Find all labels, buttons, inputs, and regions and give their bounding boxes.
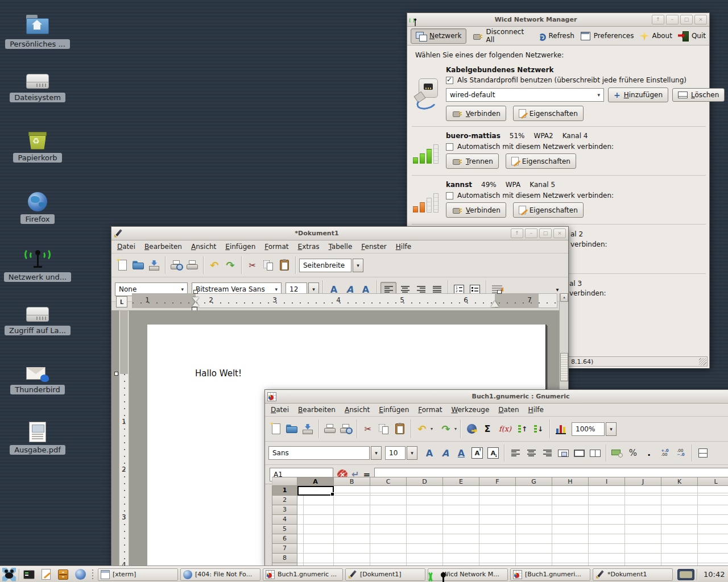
- paste-button[interactable]: [277, 259, 292, 272]
- select-all-corner[interactable]: [272, 477, 297, 486]
- menu-bearbeiten[interactable]: Bearbeiten: [140, 241, 187, 252]
- applications-menu-button[interactable]: [2, 568, 16, 581]
- row-header-4[interactable]: 4: [272, 515, 297, 525]
- column-header-E[interactable]: E: [443, 477, 479, 486]
- scroll-up-button[interactable]: ▴: [560, 293, 568, 302]
- menu-daten[interactable]: Daten: [494, 404, 523, 415]
- wicd-titlebar[interactable]: Wicd Network Manager ↑ – □ ×: [407, 13, 709, 27]
- subscript-button[interactable]: A↓: [486, 446, 500, 460]
- borders-button[interactable]: [696, 446, 710, 460]
- taskbar-window-browser[interactable]: [404: File Not Fo...: [180, 568, 260, 581]
- desktop-icon-thunderbird[interactable]: Thunderbird: [3, 365, 72, 394]
- wired-connect-button[interactable]: Verbinden: [446, 106, 506, 121]
- menu-fenster[interactable]: Fenster: [357, 241, 391, 252]
- disconnect-all-button[interactable]: Disconnect All: [472, 28, 532, 44]
- taskbar-window-xterm[interactable]: [xterm]: [98, 568, 178, 581]
- workspace-switcher[interactable]: [677, 569, 694, 580]
- zoom-select[interactable]: 100%: [572, 422, 605, 436]
- column-header-A[interactable]: A: [297, 477, 334, 486]
- right-indent-marker[interactable]: [491, 301, 499, 307]
- sort-descending-button[interactable]: ↓: [531, 422, 546, 436]
- cut-button[interactable]: ✂: [361, 422, 375, 436]
- column-header-J[interactable]: J: [625, 477, 661, 486]
- underline-button[interactable]: A: [454, 446, 469, 460]
- format-money-button[interactable]: [610, 446, 624, 460]
- column-header-L[interactable]: L: [698, 477, 728, 486]
- scrollbar-thumb[interactable]: [560, 353, 568, 381]
- split-cells-button[interactable]: [588, 446, 602, 460]
- font-size-select[interactable]: 10: [385, 446, 406, 460]
- column-header-C[interactable]: C: [370, 477, 407, 486]
- refresh-button[interactable]: Refresh: [539, 32, 574, 40]
- quit-button[interactable]: Quit: [678, 31, 706, 41]
- autoconnect-checkbox[interactable]: [446, 192, 453, 199]
- shade-button[interactable]: ↑: [511, 228, 523, 238]
- first-line-indent-marker[interactable]: [193, 290, 198, 294]
- align-left-button[interactable]: [508, 446, 523, 460]
- column-header-F[interactable]: F: [479, 477, 516, 486]
- terminal-launcher[interactable]: [22, 568, 36, 581]
- top-margin-marker[interactable]: [114, 372, 118, 376]
- new-workbook-button[interactable]: [268, 422, 283, 436]
- menu-format[interactable]: Format: [413, 404, 446, 415]
- add-profile-button[interactable]: + Hinzufügen: [608, 88, 668, 102]
- browser-launcher[interactable]: [73, 568, 88, 581]
- undo-button[interactable]: ↶: [415, 422, 429, 436]
- decrease-decimals-button[interactable]: .00−.0: [673, 446, 688, 460]
- menu-format[interactable]: Format: [260, 241, 293, 252]
- print-preview-button[interactable]: [338, 422, 353, 436]
- taskbar-window-gnumeric[interactable]: Buch1.gnumeric ...: [263, 568, 343, 581]
- menu-hilfe[interactable]: Hilfe: [524, 404, 548, 415]
- hyperlink-button[interactable]: [464, 422, 479, 436]
- font-size-arrow[interactable]: ▾: [407, 446, 417, 460]
- undo-button[interactable]: ↶: [207, 259, 222, 272]
- delete-profile-button[interactable]: Löschen: [672, 88, 725, 102]
- zoom-select-arrow[interactable]: ▾: [606, 422, 617, 436]
- network-properties-button[interactable]: Eigenschaften: [513, 202, 584, 218]
- new-document-button[interactable]: [115, 259, 130, 272]
- merge-cells-button[interactable]: [572, 446, 586, 460]
- abiword-titlebar[interactable]: *Dokument1 ↑ – □ ×: [111, 227, 568, 240]
- wired-profile-select[interactable]: wired-default ▾: [446, 88, 604, 102]
- copy-button[interactable]: [377, 422, 391, 436]
- shade-button[interactable]: ↑: [652, 15, 664, 24]
- taskbar-window-gnumeric-min[interactable]: [Buch1.gnumeri...: [510, 568, 590, 581]
- desktop-icon-pdf[interactable]: Ausgabe.pdf: [3, 422, 72, 455]
- row-header-6[interactable]: 6: [272, 534, 297, 544]
- open-button[interactable]: [131, 259, 146, 272]
- zoom-select-arrow[interactable]: ▾: [353, 259, 363, 272]
- file-manager-launcher[interactable]: [56, 568, 71, 581]
- menu-ansicht[interactable]: Ansicht: [340, 404, 374, 415]
- minimize-button[interactable]: –: [525, 228, 537, 238]
- desktop-icon-home[interactable]: Persönliches ...: [3, 15, 72, 49]
- editor-launcher[interactable]: [39, 568, 53, 581]
- network-list-button[interactable]: Netzwerk: [411, 28, 466, 44]
- save-button[interactable]: [300, 422, 315, 436]
- cells-area[interactable]: [297, 486, 728, 566]
- column-header-H[interactable]: H: [552, 477, 589, 486]
- font-select[interactable]: Sans: [268, 446, 370, 460]
- undo-dropdown[interactable]: ▾: [431, 426, 433, 431]
- desktop-icon-filesystem[interactable]: Dateisystem: [3, 73, 72, 102]
- desktop-icon-firefox[interactable]: Firefox: [3, 190, 72, 224]
- panel-handle[interactable]: [92, 569, 94, 580]
- right-margin-marker[interactable]: [497, 290, 502, 294]
- tab-stop-selector[interactable]: L: [116, 296, 127, 307]
- maximize-button[interactable]: □: [680, 15, 693, 24]
- left-indent-marker[interactable]: [192, 297, 199, 302]
- autosum-button[interactable]: Σ: [480, 422, 495, 436]
- menu-ansicht[interactable]: Ansicht: [187, 241, 221, 252]
- autoconnect-checkbox[interactable]: [446, 143, 453, 151]
- open-button[interactable]: [284, 422, 299, 436]
- align-center-button[interactable]: [524, 446, 539, 460]
- insert-function-button[interactable]: f(x): [496, 422, 514, 436]
- menu-datei[interactable]: Datei: [266, 404, 293, 415]
- taskbar-window-dokument1[interactable]: *Dokument1: [593, 568, 673, 581]
- font-select-arrow[interactable]: ▾: [371, 446, 382, 460]
- connect-network-button[interactable]: Verbinden: [446, 202, 506, 218]
- taskbar-window-dokument1-min[interactable]: [Dokument1]: [345, 568, 425, 581]
- column-header-B[interactable]: B: [334, 477, 370, 486]
- menu-werkzeuge[interactable]: Werkzeuge: [447, 404, 494, 415]
- network-properties-button[interactable]: Eigenschaften: [506, 153, 576, 169]
- desktop-icon-trash[interactable]: ♻ Papierkorb: [3, 131, 72, 163]
